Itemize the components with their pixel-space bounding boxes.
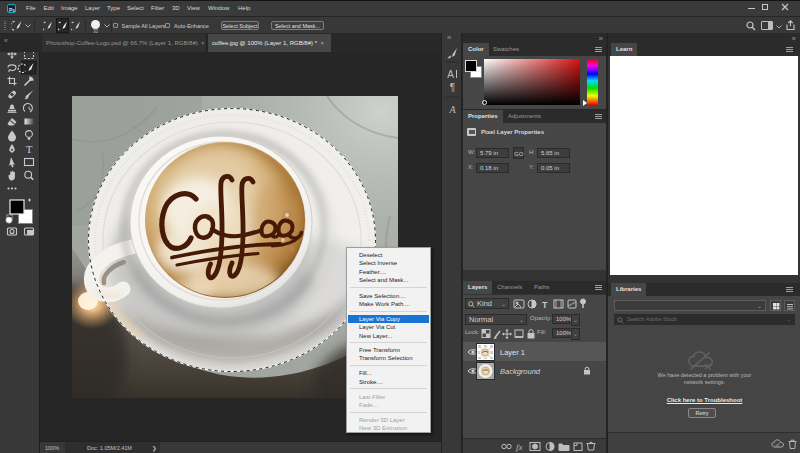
svg-text:fx: fx: [516, 442, 523, 452]
svg-text:A: A: [448, 104, 456, 115]
svg-text:¶: ¶: [450, 82, 455, 93]
svg-text:A: A: [447, 69, 454, 80]
svg-text:T: T: [542, 300, 548, 310]
svg-text:T: T: [26, 143, 33, 155]
